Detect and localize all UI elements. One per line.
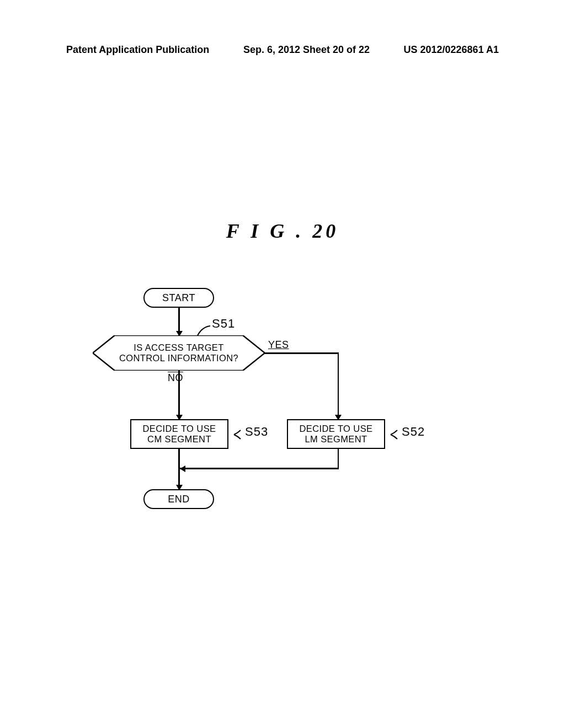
cm-line1: DECIDE TO USE — [143, 424, 216, 434]
header-right: US 2012/0226861 A1 — [404, 44, 499, 56]
connector — [178, 449, 180, 489]
step-label-s52: S52 — [402, 425, 425, 439]
connector — [179, 468, 339, 469]
connector — [178, 371, 180, 419]
process-cm-segment: DECIDE TO USE CM SEGMENT — [130, 419, 228, 449]
lm-line1: DECIDE TO USE — [300, 424, 373, 434]
header-left: Patent Application Publication — [66, 44, 209, 56]
step-connector — [390, 430, 398, 440]
arrowhead-icon — [180, 465, 185, 472]
step-connector — [233, 430, 241, 440]
lm-line2: LM SEGMENT — [305, 434, 367, 445]
end-terminator: END — [143, 489, 214, 509]
connector — [338, 449, 339, 469]
step-label-s53: S53 — [245, 425, 268, 439]
header-center: Sep. 6, 2012 Sheet 20 of 22 — [243, 44, 370, 56]
end-label: END — [168, 494, 190, 505]
process-lm-segment: DECIDE TO USE LM SEGMENT — [287, 419, 385, 449]
start-terminator: START — [143, 288, 214, 308]
page-header: Patent Application Publication Sep. 6, 2… — [0, 44, 565, 56]
decision-line1: IS ACCESS TARGET — [134, 342, 224, 353]
figure-title: F I G . 20 — [0, 220, 565, 243]
branch-yes-label: YES — [268, 339, 289, 351]
decision-line2: CONTROL INFORMATION? — [119, 353, 238, 363]
connector — [265, 352, 339, 354]
branch-no-label: NO — [168, 372, 183, 384]
decision-text: IS ACCESS TARGET CONTROL INFORMATION? — [93, 335, 265, 371]
decision-access-target: IS ACCESS TARGET CONTROL INFORMATION? — [93, 335, 265, 371]
connector — [338, 352, 339, 419]
start-label: START — [162, 292, 195, 304]
cm-line2: CM SEGMENT — [147, 434, 211, 445]
step-label-s51: S51 — [212, 317, 235, 331]
flowchart: START S51 IS ACCESS TARGET CONTROL INFOR… — [109, 288, 507, 514]
